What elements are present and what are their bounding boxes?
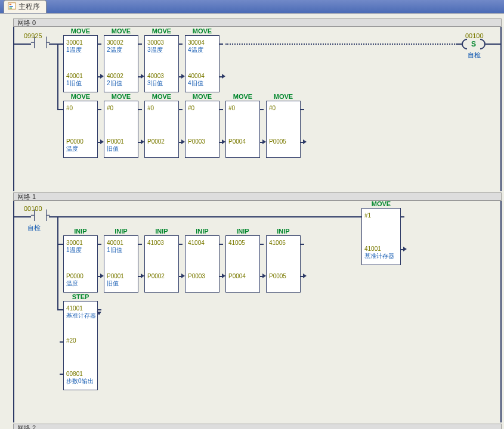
tab-main-program[interactable]: 主程序 — [4, 0, 47, 13]
move-block[interactable]: MOVE 30002 2温度 40002 2旧值 — [104, 35, 138, 92]
network-0-header[interactable]: 网络 0 — [13, 18, 502, 27]
inip-block[interactable]: INIP 41004 P0003 — [185, 235, 219, 293]
inip-block[interactable]: INIP 41003 P0002 — [144, 235, 179, 293]
ladder-canvas[interactable]: 网络 0 09925 ┤ ├ 00100 S 自检 MOVE 30001 1温度… — [0, 13, 504, 429]
inip-block[interactable]: INIP 41005 P0004 — [225, 235, 260, 293]
coil-00100-desc: 自检 — [468, 51, 481, 60]
coil-set-00100[interactable]: S — [462, 39, 486, 49]
contact-00100-desc: 自检 — [27, 223, 41, 232]
tab-label: 主程序 — [18, 2, 40, 12]
network-2-header[interactable]: 网络 2 — [13, 424, 502, 429]
inip-block[interactable]: INIP 40001 1旧值 P0001 旧值 — [104, 235, 138, 293]
left-rail-net1 — [13, 201, 14, 422]
move-block[interactable]: MOVE #0 P0003 — [185, 101, 219, 158]
svg-rect-1 — [10, 4, 12, 5]
left-rail-net0 — [13, 27, 14, 191]
svg-rect-2 — [10, 6, 13, 7]
contact-00100[interactable]: ┤ ├ — [31, 212, 50, 218]
right-rail-net1 — [500, 201, 502, 422]
svg-rect-3 — [10, 8, 12, 9]
contact-09925[interactable]: ┤ ├ — [31, 39, 50, 45]
move-block[interactable]: MOVE 30001 1温度 40001 1旧值 — [63, 35, 98, 92]
move-block[interactable]: MOVE 30004 4温度 40004 4旧值 — [185, 35, 219, 92]
move-block[interactable]: MOVE 30003 3温度 40003 3旧值 — [144, 35, 179, 92]
inip-block[interactable]: INIP 41006 P0005 — [266, 235, 301, 293]
title-bar: 主程序 — [0, 0, 504, 13]
move-block[interactable]: MOVE #0 P0004 — [225, 101, 260, 158]
move-block[interactable]: MOVE #0 P0005 — [266, 101, 301, 158]
inip-block[interactable]: INIP 30001 1温度 P0000 温度 — [63, 235, 98, 293]
step-block[interactable]: STEP 41001 基准计存器 #20 00801 步数0输出 — [63, 301, 98, 390]
right-rail-net0 — [500, 27, 502, 191]
program-icon — [8, 2, 16, 12]
move-block[interactable]: MOVE #1 41001 基准计存器 — [361, 208, 401, 265]
network-1-header[interactable]: 网络 1 — [13, 192, 502, 201]
move-block[interactable]: MOVE #0 P0002 — [144, 101, 179, 158]
move-block[interactable]: MOVE #0 P0001 旧值 — [104, 101, 138, 158]
move-block[interactable]: MOVE #0 P0000 温度 — [63, 101, 98, 158]
